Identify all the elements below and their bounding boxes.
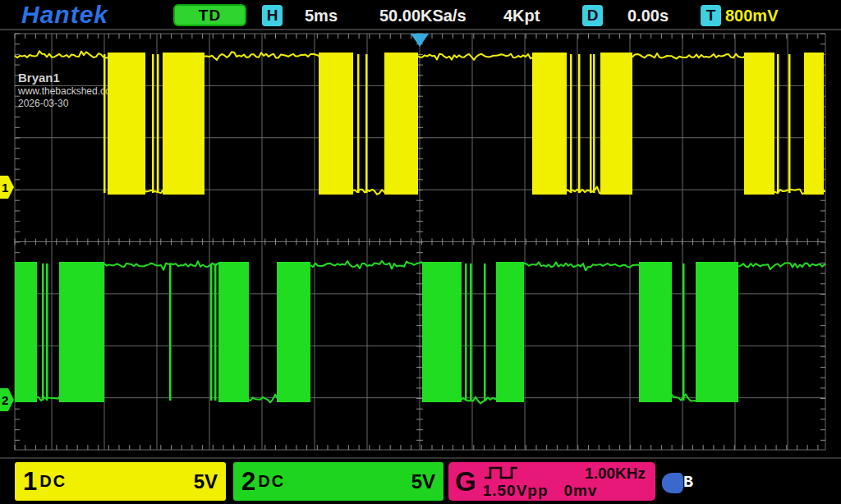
hantek-logo: Hantek [21, 1, 108, 29]
generator-label: G [455, 466, 476, 497]
trigger-level-readout: 800mV [725, 7, 779, 25]
channel2-settings-box[interactable]: 2 DC 5V [233, 462, 443, 501]
channel1-settings-box[interactable]: 1 DC 5V [15, 462, 226, 501]
sample-rate-readout: 50.00KSa/s [379, 7, 466, 25]
usb-device-label: B [683, 473, 693, 492]
usb-device-icon [662, 473, 683, 493]
ch2-trace-ground-marker[interactable]: 2 [0, 388, 14, 411]
channel2-coupling: DC [258, 472, 285, 491]
channel1-coupling: DC [39, 472, 67, 491]
oscilloscope-screen: Bryan1 www.thebackshed.com 2026-03-30 12… [0, 0, 841, 504]
ch1-trace [15, 51, 825, 195]
channel2-volts-div: 5V [411, 470, 435, 493]
memory-depth-readout: 4Kpt [503, 7, 540, 25]
trigger-badge-icon[interactable]: T [701, 5, 721, 26]
channel2-number: 2 [241, 467, 255, 497]
channel1-number: 1 [23, 467, 37, 497]
ch2-trace [15, 261, 825, 404]
trigger-status-badge[interactable]: TD [173, 4, 246, 26]
ch1-trace-ground-marker[interactable]: 1 [0, 176, 14, 199]
square-wave-icon [483, 465, 519, 481]
waveform-display: 12 [0, 0, 841, 504]
channel-bar: 1 DC 5V 2 DC 5V G 1.00KHz 1.50Vpp [0, 457, 841, 504]
status-bar: Hantek TD H 5ms 50.00KSa/s 4Kpt D 0.00s … [0, 0, 841, 30]
trigger-position-marker[interactable] [411, 34, 429, 47]
timebase-readout: 5ms [305, 7, 338, 25]
channel1-volts-div: 5V [194, 470, 218, 493]
generator-frequency: 1.00KHz [585, 465, 646, 482]
delay-badge-icon[interactable]: D [582, 5, 603, 26]
generator-offset: 0mv [563, 482, 597, 499]
signal-generator-box[interactable]: G 1.00KHz 1.50Vpp 0mv [448, 462, 655, 501]
svg-text:1: 1 [2, 181, 8, 195]
generator-amplitude: 1.50Vpp [483, 482, 549, 499]
horizontal-offset-readout: 0.00s [627, 7, 669, 25]
svg-text:2: 2 [2, 393, 8, 407]
horizontal-badge-icon[interactable]: H [262, 5, 283, 26]
